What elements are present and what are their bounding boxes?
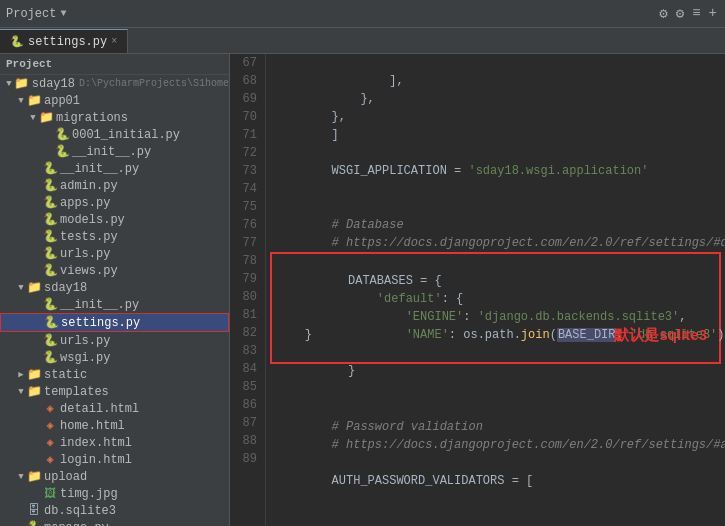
code-line-73 <box>274 162 717 180</box>
line-num-73: 73 <box>238 162 257 180</box>
tree-label: __init__.py <box>60 162 139 176</box>
tree-label: wsgi.py <box>60 351 110 365</box>
line-num-76: 76 <box>238 216 257 234</box>
code-line-70: ] <box>274 108 717 126</box>
py-file-icon: 🐍 <box>54 127 70 142</box>
tree-item-login-html[interactable]: ◈ login.html <box>0 451 229 468</box>
line-num-89: 89 <box>238 450 257 468</box>
tree-item-0001[interactable]: 🐍 0001_initial.py <box>0 126 229 143</box>
tab-bar: 🐍 settings.py × <box>0 28 725 54</box>
py-file-icon: 🐍 <box>42 263 58 278</box>
tree-item-init-migrations[interactable]: 🐍 __init__.py <box>0 143 229 160</box>
tree-item-urls-app01[interactable]: 🐍 urls.py <box>0 245 229 262</box>
tree-item-templates[interactable]: ▼ 📁 templates <box>0 383 229 400</box>
settings2-icon[interactable]: ⚙ <box>674 3 686 24</box>
tree-label: __init__.py <box>72 145 151 159</box>
line-num-67: 67 <box>238 54 257 72</box>
tree-label: settings.py <box>61 316 140 330</box>
tree-item-timg[interactable]: 🖼 timg.jpg <box>0 485 229 502</box>
tree-item-static[interactable]: ▶ 📁 static <box>0 366 229 383</box>
py-file-icon: 🐍 <box>42 229 58 244</box>
tree-label: urls.py <box>60 247 110 261</box>
tree-path: D:\PycharmProjects\S1home <box>79 78 229 89</box>
tree-label: static <box>44 368 87 382</box>
tree-item-init-sday18[interactable]: 🐍 __init__.py <box>0 296 229 313</box>
line-num-71: 71 <box>238 126 257 144</box>
tab-close-icon[interactable]: × <box>111 36 117 47</box>
tree-item-urls-sday18[interactable]: 🐍 urls.py <box>0 332 229 349</box>
code-line-88 <box>274 436 717 454</box>
folder-icon: 📁 <box>26 280 42 295</box>
title-bar: Project ▼ ⚙ ⚙ ≡ + <box>0 0 725 28</box>
py-file-icon: 🐍 <box>42 333 58 348</box>
highlighted-code-block: ➤ DATABASES = { 'default': { 'ENGINE': '… <box>270 252 721 364</box>
img-file-icon: 🖼 <box>42 486 58 501</box>
line-num-87: 87 <box>238 414 257 432</box>
tree-item-init-app01[interactable]: 🐍 __init__.py <box>0 160 229 177</box>
tree-label: home.html <box>60 419 125 433</box>
tree-item-index-html[interactable]: ◈ index.html <box>0 434 229 451</box>
html-file-icon: ◈ <box>42 418 58 433</box>
tree-item-wsgi[interactable]: 🐍 wsgi.py <box>0 349 229 366</box>
tree-label: upload <box>44 470 87 484</box>
code-line-78: DATABASES = { <box>276 254 715 272</box>
tree-item-manage[interactable]: 🐍 manage.py <box>0 519 229 526</box>
annotation-text: 默认是sqlite3 <box>614 326 707 344</box>
tree-item-detail-html[interactable]: ◈ detail.html <box>0 400 229 417</box>
line-num-86: 86 <box>238 396 257 414</box>
menu-icon[interactable]: ≡ <box>690 3 702 24</box>
code-line-81: 'NAME': os.path.join(BASE_DIR, 'db.sqlit… <box>276 308 715 326</box>
tree-label: manage.py <box>44 521 109 527</box>
tree-item-upload[interactable]: ▼ 📁 upload <box>0 468 229 485</box>
tree-item-sday18-root[interactable]: ▼ 📁 sday18 D:\PycharmProjects\S1home <box>0 75 229 92</box>
py-file-icon: 🐍 <box>54 144 70 159</box>
folder-icon: 📁 <box>26 367 42 382</box>
line-num-81: 81 <box>238 306 257 324</box>
code-line-76: # https://docs.djangoproject.com/en/2.0/… <box>274 216 717 234</box>
code-content[interactable]: ], }, }, ] WSGI_APPLICATION = 'sday18.ws… <box>266 54 725 526</box>
tree-label: urls.py <box>60 334 110 348</box>
py-file-icon: 🐍 <box>26 520 42 526</box>
code-line-83: } <box>276 344 715 362</box>
line-num-80: 80 <box>238 288 257 306</box>
db-file-icon: 🗄 <box>26 503 42 518</box>
tree-label: login.html <box>60 453 132 467</box>
code-line-77 <box>274 234 717 252</box>
code-line-75: # Database <box>274 198 717 216</box>
tree-item-settings[interactable]: 🐍 settings.py ➤ <box>0 313 229 332</box>
tree-item-app01[interactable]: ▼ 📁 app01 <box>0 92 229 109</box>
expand-icon[interactable]: + <box>707 3 719 24</box>
line-num-75: 75 <box>238 198 257 216</box>
line-num-88: 88 <box>238 432 257 450</box>
folder-icon: 📁 <box>38 110 54 125</box>
html-file-icon: ◈ <box>42 435 58 450</box>
tree-item-migrations[interactable]: ▼ 📁 migrations <box>0 109 229 126</box>
py-file-icon: 🐍 <box>42 195 58 210</box>
tree-item-db-sqlite3[interactable]: 🗄 db.sqlite3 <box>0 502 229 519</box>
tree-label: app01 <box>44 94 80 108</box>
tree-item-sday18-pkg[interactable]: ▼ 📁 sday18 <box>0 279 229 296</box>
code-line-82: } 默认是sqlite3 <box>276 326 715 344</box>
code-line-71 <box>274 126 717 144</box>
settings-icon[interactable]: ⚙ <box>657 3 669 24</box>
tree-label: apps.py <box>60 196 110 210</box>
tree-item-apps[interactable]: 🐍 apps.py <box>0 194 229 211</box>
code-line-80: 'ENGINE': 'django.db.backends.sqlite3', <box>276 290 715 308</box>
tree-label: tests.py <box>60 230 118 244</box>
tree-label: models.py <box>60 213 125 227</box>
tab-settings[interactable]: 🐍 settings.py × <box>0 29 128 53</box>
tree-item-admin[interactable]: 🐍 admin.py <box>0 177 229 194</box>
tree-item-models[interactable]: 🐍 models.py <box>0 211 229 228</box>
tree-item-views[interactable]: 🐍 views.py <box>0 262 229 279</box>
line-num-83: 83 <box>238 342 257 360</box>
tree-label: timg.jpg <box>60 487 118 501</box>
dropdown-arrow[interactable]: ▼ <box>60 8 66 19</box>
folder-icon: 📁 <box>14 76 30 91</box>
tree-item-tests[interactable]: 🐍 tests.py <box>0 228 229 245</box>
tree-label: index.html <box>60 436 132 450</box>
project-panel-title[interactable]: Project ▼ <box>6 7 66 21</box>
code-line-79: 'default': { <box>276 272 715 290</box>
code-line-87: # https://docs.djangoproject.com/en/2.0/… <box>274 418 717 436</box>
tree-item-home-html[interactable]: ◈ home.html <box>0 417 229 434</box>
tree-label: 0001_initial.py <box>72 128 180 142</box>
